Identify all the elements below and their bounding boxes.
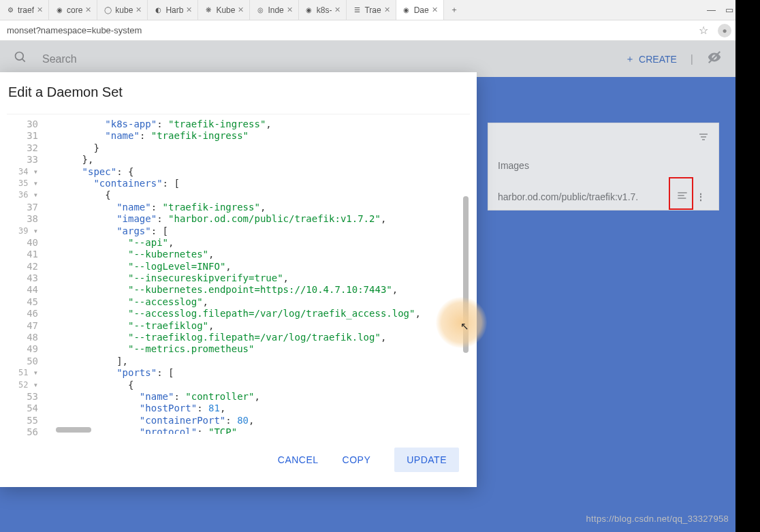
code-line: "--traefiklog.filepath=/var/log/traefik.…: [48, 332, 470, 343]
line-number: 43: [7, 272, 38, 284]
line-number: 36 ▾: [7, 189, 38, 201]
browser-tab-bar: ⚙traef✕◉core✕◯kube✕◐Harb✕❋Kube✕◎Inde✕◉k8…: [0, 0, 760, 20]
code-line: "k8s-app": "traefik-ingress",: [48, 119, 470, 130]
tab-label: Trae: [364, 5, 381, 15]
line-number: 46: [7, 308, 38, 319]
bookmark-star-icon[interactable]: ☆: [699, 24, 708, 37]
favicon-icon: ◉: [402, 5, 411, 15]
namespace-toggle-icon[interactable]: [707, 50, 722, 68]
panel-heading: Images: [498, 160, 709, 171]
tab-close-icon[interactable]: ✕: [136, 5, 142, 14]
tab-close-icon[interactable]: ✕: [37, 5, 43, 14]
code-line: "--logLevel=INFO",: [48, 261, 470, 272]
svg-rect-6: [678, 192, 686, 193]
code-line: "image": "harbor.od.com/public/traefik:v…: [48, 213, 470, 225]
line-number: 53: [7, 391, 38, 403]
code-line: "spec": {: [48, 166, 470, 178]
browser-tab[interactable]: ◉core✕: [49, 0, 97, 20]
tab-close-icon[interactable]: ✕: [238, 5, 244, 14]
window-maximize-icon[interactable]: ▭: [725, 5, 733, 15]
tab-close-icon[interactable]: ✕: [334, 5, 341, 14]
favicon-icon: ◉: [304, 5, 314, 15]
search-input[interactable]: Search: [42, 53, 625, 65]
tab-close-icon[interactable]: ✕: [186, 5, 192, 14]
tab-close-icon[interactable]: ✕: [384, 5, 390, 14]
code-line: "containerPort": 80,: [48, 415, 470, 426]
svg-rect-4: [701, 136, 706, 137]
favicon-icon: ❋: [204, 5, 213, 15]
yaml-editor[interactable]: 3031323334 ▾35 ▾36 ▾373839 ▾404142434445…: [7, 114, 470, 434]
code-line: {: [48, 379, 470, 391]
line-number: 50: [7, 356, 38, 367]
favicon-icon: ◎: [255, 5, 265, 15]
tab-label: Kube: [216, 5, 235, 15]
window-right-edge: [735, 0, 760, 532]
code-line: "ports": [: [48, 367, 470, 379]
tab-label: Dae: [414, 5, 429, 15]
code-line: }: [48, 142, 470, 154]
line-number: 38: [7, 213, 38, 225]
code-line: "hostPort": 81,: [48, 403, 470, 414]
browser-tab[interactable]: ◯kube✕: [97, 0, 148, 20]
editor-code[interactable]: "k8s-app": "traefik-ingress", "name": "t…: [44, 114, 470, 434]
image-row: harbor.od.com/public/traefik:v1.7. ⋮: [498, 190, 709, 203]
code-line: "containers": [: [48, 178, 470, 189]
code-line: "--accesslog.filepath=/var/log/traefik_a…: [48, 308, 470, 319]
code-line: "--kubernetes.endpoint=https://10.4.7.10…: [48, 284, 470, 296]
copy-button[interactable]: COPY: [343, 454, 371, 465]
code-line: "--api",: [48, 237, 470, 249]
tab-label: Inde: [268, 5, 283, 15]
svg-rect-5: [702, 139, 705, 140]
browser-tab[interactable]: ☰Trae✕: [347, 0, 396, 20]
favicon-icon: ⚙: [5, 5, 15, 15]
line-number: 39 ▾: [7, 225, 38, 237]
filter-icon[interactable]: [698, 131, 709, 144]
code-line: "protocol": "TCP": [48, 426, 470, 434]
line-number: 55: [7, 415, 38, 426]
line-number: 54: [7, 403, 38, 414]
code-line: },: [48, 154, 470, 166]
editor-gutter: 3031323334 ▾35 ▾36 ▾373839 ▾404142434445…: [7, 114, 44, 434]
cancel-button[interactable]: CANCEL: [278, 454, 319, 465]
tab-close-icon[interactable]: ✕: [85, 5, 91, 14]
update-button[interactable]: UPDATE: [394, 448, 459, 472]
line-number: 48: [7, 332, 38, 343]
edit-daemonset-dialog: Edit a Daemon Set 3031323334 ▾35 ▾36 ▾37…: [0, 72, 477, 487]
dialog-actions: CANCEL COPY UPDATE: [0, 434, 477, 487]
row-menu-icon[interactable]: ⋮: [693, 191, 709, 202]
tab-close-icon[interactable]: ✕: [432, 5, 438, 14]
line-number: 47: [7, 320, 38, 332]
create-button[interactable]: ＋ CREATE: [625, 53, 677, 65]
browser-tab[interactable]: ◉Dae✕: [396, 0, 444, 20]
create-label: CREATE: [639, 54, 677, 65]
line-number: 40: [7, 237, 38, 249]
code-line: "name": "traefik-ingress",: [48, 202, 470, 213]
logs-icon[interactable]: [677, 190, 688, 203]
profile-avatar-icon[interactable]: ●: [718, 24, 731, 37]
window-minimize-icon[interactable]: —: [707, 5, 716, 15]
editor-hscrollbar[interactable]: [56, 427, 91, 433]
svg-point-0: [16, 52, 24, 61]
code-line: "name": "traefik-ingress": [48, 130, 470, 142]
search-icon[interactable]: [14, 50, 27, 67]
code-line: "--insecureskipverify=true",: [48, 272, 470, 284]
browser-tab[interactable]: ❋Kube✕: [198, 0, 250, 20]
line-number: 52 ▾: [7, 379, 38, 391]
header-divider: |: [691, 53, 693, 65]
new-tab-button[interactable]: ＋: [444, 0, 464, 20]
tab-label: k8s-: [317, 5, 332, 15]
browser-tab[interactable]: ◎Inde✕: [250, 0, 298, 20]
browser-tab[interactable]: ⚙traef✕: [0, 0, 49, 20]
code-line: "--metrics.prometheus": [48, 343, 470, 355]
favicon-icon: ◉: [54, 5, 64, 15]
url-text[interactable]: monset?namespace=kube-system: [7, 25, 699, 35]
line-number: 51 ▾: [7, 367, 38, 379]
tab-close-icon[interactable]: ✕: [287, 5, 293, 14]
editor-vscrollbar[interactable]: [463, 196, 469, 353]
browser-tab[interactable]: ◉k8s-✕: [299, 0, 347, 20]
tab-label: traef: [18, 5, 34, 15]
line-number: 56: [7, 426, 38, 438]
line-number: 30: [7, 119, 38, 130]
browser-tab[interactable]: ◐Harb✕: [148, 0, 198, 20]
code-line: "--traefiklog",: [48, 320, 470, 332]
